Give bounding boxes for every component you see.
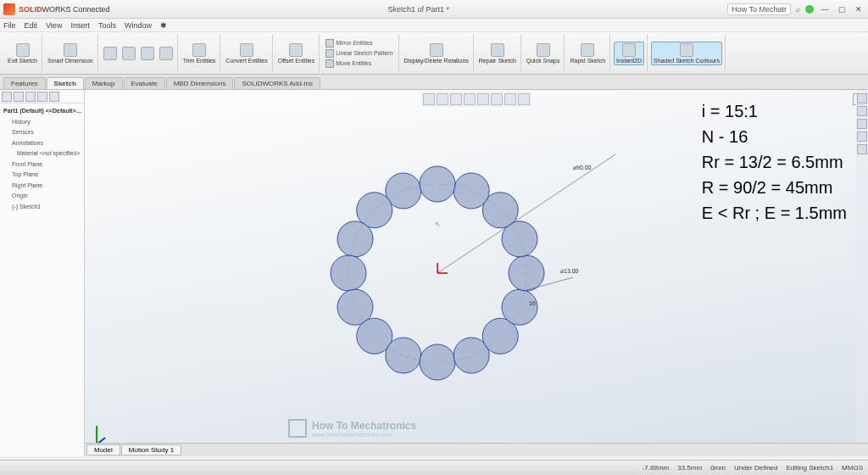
- view-tool-icon[interactable]: [477, 93, 489, 105]
- menu-tools[interactable]: Tools: [98, 21, 116, 30]
- tab-model[interactable]: Model: [86, 444, 120, 455]
- pin-circle[interactable]: [502, 289, 537, 325]
- tree-item[interactable]: Material <not specified>: [2, 148, 82, 159]
- rect-tool-button[interactable]: [158, 46, 175, 61]
- menu-more[interactable]: ✱: [160, 21, 167, 30]
- view-tool-icon[interactable]: [437, 93, 448, 105]
- status-coord-y: 33.5mm: [677, 464, 702, 472]
- task-pane-tabs: [856, 90, 868, 456]
- line-tool-button[interactable]: [102, 46, 119, 61]
- status-definition: Under Defined: [734, 464, 778, 472]
- command-tab-strip: Features Sketch Markup Evaluate MBD Dime…: [0, 75, 868, 90]
- tree-tab-icon[interactable]: [14, 92, 24, 102]
- tab-features[interactable]: Features: [3, 77, 46, 89]
- document-title: Sketch1 of Part1 *: [110, 5, 728, 14]
- task-pane-tab-icon[interactable]: [857, 93, 867, 103]
- annotation-line: N - 16: [702, 124, 847, 149]
- tree-item[interactable]: Annotations: [2, 138, 82, 149]
- close-button[interactable]: ✕: [853, 5, 865, 14]
- parameter-annotations: i = 15:1 N - 16 Rr = 13/2 = 6.5mm R = 90…: [702, 98, 847, 226]
- pin-circle[interactable]: [331, 255, 366, 291]
- task-pane-tab-icon[interactable]: [857, 119, 867, 129]
- annotation-line: E < Rr ; E = 1.5mm: [702, 200, 847, 226]
- pin-circle[interactable]: [337, 221, 373, 257]
- offset-entities-button[interactable]: Offset Entities: [276, 42, 316, 64]
- view-tool-icon[interactable]: [518, 93, 530, 105]
- view-tool-icon[interactable]: [450, 93, 462, 105]
- tree-item[interactable]: Sensors: [2, 127, 82, 138]
- repair-sketch-button[interactable]: Repair Sketch: [477, 42, 518, 64]
- pin-circle[interactable]: [509, 255, 544, 291]
- tree-item[interactable]: History: [2, 117, 82, 128]
- status-bar: -7.88mm 33.5mm 0mm Under Defined Editing…: [0, 460, 868, 475]
- motion-tab-strip: Model Motion Study 1: [85, 443, 868, 456]
- status-units[interactable]: MMGS: [842, 464, 863, 472]
- tree-item[interactable]: Right Plane: [2, 181, 82, 192]
- menu-edit[interactable]: Edit: [25, 21, 38, 30]
- tree-tab-icon[interactable]: [37, 92, 47, 102]
- circle-tool-button[interactable]: [120, 46, 137, 61]
- tree-item[interactable]: Front Plane: [2, 159, 82, 170]
- annotation-line: i = 15:1: [702, 98, 847, 124]
- menu-view[interactable]: View: [46, 21, 62, 30]
- graphics-viewport[interactable]: ⌀90.00 ⌀13.00 16 ↖ i = 15:1 N - 16 Rr = …: [85, 90, 868, 456]
- app-title: SOLIDWORKS Connected: [19, 5, 110, 14]
- task-pane-tab-icon[interactable]: [857, 131, 867, 142]
- shaded-contours-button[interactable]: Shaded Sketch Contours: [651, 42, 722, 65]
- quick-snaps-button[interactable]: Quick Snaps: [525, 42, 562, 64]
- rapid-sketch-button[interactable]: Rapid Sketch: [568, 42, 607, 64]
- exit-sketch-button[interactable]: Exit Sketch: [6, 42, 39, 64]
- tree-tab-icon[interactable]: [49, 92, 59, 102]
- pin-circle[interactable]: [420, 344, 455, 380]
- display-relations-button[interactable]: Display/Delete Relations: [403, 42, 470, 64]
- feature-tree-panel: Part1 (Default) <<Default>_Display St Hi…: [0, 90, 85, 456]
- tree-tab-icon[interactable]: [2, 92, 12, 102]
- pin-circle[interactable]: [386, 338, 421, 373]
- instant2d-button[interactable]: Instant2D: [614, 42, 644, 65]
- arc-tool-button[interactable]: [139, 46, 156, 61]
- menu-window[interactable]: Window: [125, 21, 152, 30]
- pin-count-dimension[interactable]: 16: [529, 300, 536, 306]
- task-pane-tab-icon[interactable]: [857, 144, 867, 154]
- heads-up-toolbar: [421, 92, 531, 107]
- help-search-input[interactable]: How To Mechatr: [727, 3, 791, 15]
- pitch-diameter-dimension[interactable]: ⌀90.00: [573, 165, 592, 170]
- tab-addins[interactable]: SOLIDWORKS Add-Ins: [234, 77, 320, 89]
- menu-bar: File Edit View Insert Tools Window ✱: [0, 19, 868, 32]
- tree-item[interactable]: Origin: [2, 191, 82, 202]
- tab-sketch[interactable]: Sketch: [47, 77, 84, 89]
- menu-file[interactable]: File: [3, 21, 16, 30]
- view-tool-icon[interactable]: [464, 93, 476, 105]
- move-entities-button[interactable]: Move Entities: [323, 59, 374, 69]
- status-mode: Editing Sketch1: [787, 464, 834, 472]
- convert-entities-button[interactable]: Convert Entities: [224, 42, 269, 64]
- annotation-line: R = 90/2 = 45mm: [702, 175, 847, 200]
- tab-evaluate[interactable]: Evaluate: [124, 77, 165, 89]
- tree-tab-icons: [0, 90, 84, 103]
- search-icon[interactable]: ⌕: [796, 5, 800, 14]
- tree-root[interactable]: Part1 (Default) <<Default>_Display St: [2, 106, 82, 117]
- cursor-indicator-icon: ↖: [435, 221, 441, 228]
- smart-dimension-button[interactable]: Smart Dimension: [46, 42, 95, 64]
- tab-markup[interactable]: Markup: [85, 77, 123, 89]
- menu-insert[interactable]: Insert: [70, 21, 90, 30]
- trim-entities-button[interactable]: Trim Entities: [181, 42, 218, 64]
- tree-item[interactable]: Top Plane: [2, 170, 82, 181]
- pin-circle[interactable]: [453, 173, 489, 209]
- view-tool-icon[interactable]: [504, 93, 516, 105]
- view-tool-icon[interactable]: [491, 93, 503, 105]
- maximize-button[interactable]: ▢: [836, 5, 848, 14]
- pin-circle[interactable]: [420, 166, 455, 202]
- pin-diameter-dimension[interactable]: ⌀13.00: [560, 268, 579, 274]
- linear-pattern-button[interactable]: Linear Sketch Pattern: [323, 48, 395, 59]
- minimize-button[interactable]: —: [819, 5, 831, 14]
- tree-item-sketch1[interactable]: (-) Sketch1: [2, 202, 82, 213]
- watermark-logo-icon: [288, 419, 307, 438]
- task-pane-tab-icon[interactable]: [857, 106, 867, 116]
- title-bar: SOLIDWORKS Connected Sketch1 of Part1 * …: [0, 0, 868, 19]
- tab-mbd[interactable]: MBD Dimensions: [166, 77, 234, 89]
- view-tool-icon[interactable]: [423, 93, 435, 105]
- tree-tab-icon[interactable]: [25, 92, 36, 102]
- mirror-entities-button[interactable]: Mirror Entities: [323, 38, 375, 48]
- tab-motion-study[interactable]: Motion Study 1: [121, 444, 181, 455]
